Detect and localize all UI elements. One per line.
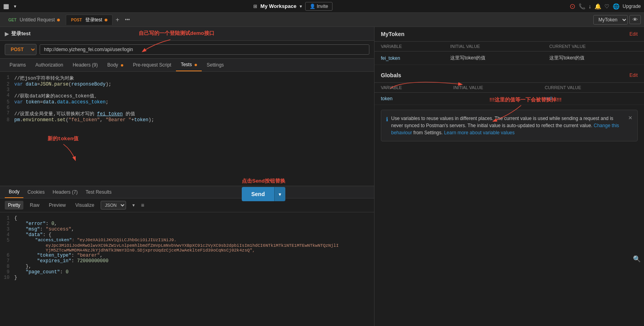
new-tab-button[interactable]: +	[113, 16, 122, 23]
tab-headers[interactable]: Headers (9)	[68, 59, 102, 71]
code-line-8: 8 pm.environment.set("fei_token", "Beare…	[0, 117, 374, 123]
tab2-dot	[105, 19, 107, 21]
tab-login-test[interactable]: POST 登录test	[66, 15, 113, 25]
tab-params[interactable]: Params	[5, 59, 31, 71]
grid-icon: ⊞	[253, 4, 257, 9]
json-line-10: 10 }	[0, 275, 374, 280]
main-layout: ▶ 登录test POST 自己写的一个登陆测试demo接口	[0, 27, 644, 326]
download-icon[interactable]: ↓	[589, 3, 591, 10]
get-method-label: GET	[8, 18, 17, 22]
mytoken-title: MyToken	[381, 31, 405, 37]
format-raw[interactable]: Raw	[27, 201, 42, 210]
format-preview[interactable]: Preview	[46, 201, 69, 210]
globals-header: Globals Edit	[375, 68, 644, 83]
workspace-chevron[interactable]: ▾	[300, 4, 302, 9]
send-area-inner: Send ▾	[242, 187, 285, 201]
mytoken-table: VARIABLE INITIAL VALUE CURRENT VALUE fei…	[375, 42, 644, 65]
upgrade-button[interactable]: Upgrade	[623, 4, 641, 9]
json-line-8: 8 },	[0, 264, 374, 269]
var-current-value: 这里写token的值	[543, 51, 644, 65]
tests-dot	[195, 64, 197, 66]
collapse-arrow[interactable]: ▶	[5, 31, 9, 37]
arrow-new-token	[48, 142, 79, 162]
var-initial-value: 这里写token的值	[444, 51, 543, 65]
globals-col-current: CURRENT VALUE	[538, 83, 644, 93]
tab-settings[interactable]: Settings	[202, 59, 228, 71]
request-tabs: Params Authorization Headers (9) Body Pr…	[0, 59, 374, 72]
json-line-5c: YjM5ZTcwMWMDMA4NzJkYjdhNTk3NmY3In0.SDjxp…	[0, 248, 374, 253]
json-line-5b: eyJpc3MiOiJodHRwOlwvXC9kZW1vLnlpemhlbmdf…	[0, 243, 374, 248]
request-line: POST	[0, 41, 374, 59]
code-area: 1 //把json字符串转化为对象 2 var data=JSON.parse(…	[0, 72, 374, 186]
ubuntu-icon[interactable]: ⊙	[569, 2, 575, 11]
tab2-label: 登录test	[85, 17, 102, 23]
bottom-tab-cookies[interactable]: Cookies	[23, 187, 48, 198]
format-dropdown-arrow[interactable]: ▾	[129, 201, 138, 210]
format-pretty[interactable]: Pretty	[5, 201, 23, 210]
info-close-button[interactable]: ✕	[628, 115, 633, 121]
globals-col-initial: INITIAL VALUE	[447, 83, 539, 93]
word-wrap-button[interactable]: ≡	[141, 202, 144, 208]
json-line-7: 7 "expires_in": 72000000000	[0, 258, 374, 264]
bottom-tab-body[interactable]: Body	[5, 186, 23, 198]
phone-icon[interactable]: 📞	[579, 3, 585, 10]
learn-more-link[interactable]: Learn more about variable values	[444, 130, 514, 135]
format-toolbar: Pretty Raw Preview Visualize JSON ▾ ≡	[0, 198, 374, 212]
info-text: Use variables to reuse values in differe…	[391, 115, 625, 136]
globals-table-row: token null	[375, 93, 644, 105]
json-line-9: 9 "page_count": 0	[0, 269, 374, 275]
tab-untitled-request[interactable]: GET Untitled Request	[3, 15, 65, 24]
code-line-2: 2 var data=JSON.parse(responseBody);	[0, 82, 374, 87]
tabs-bar: GET Untitled Request POST 登录test + ••• M…	[0, 13, 644, 27]
workspace-title[interactable]: My Workspace	[260, 3, 296, 9]
search-panel-icon[interactable]: 🔍	[633, 255, 641, 263]
eye-button[interactable]: 👁	[629, 15, 641, 24]
method-select[interactable]: POST	[5, 44, 36, 55]
globe-icon[interactable]: 🌐	[613, 3, 619, 10]
tab-authorization[interactable]: Authorization	[31, 59, 68, 71]
topbar: ▦ ▾ ⊞ My Workspace ▾ 👤 Invite ⊙ 📞 ↓ 🔔 ♡ …	[0, 0, 644, 13]
globals-initial-value	[447, 93, 539, 105]
topbar-right: ⊙ 📞 ↓ 🔔 ♡ 🌐 Upgrade	[569, 2, 641, 11]
col-initial: INITIAL VALUE	[444, 42, 543, 51]
tab-prerequest[interactable]: Pre-request Script	[128, 59, 176, 71]
annotation-new-token: 新的token值	[48, 135, 79, 162]
body-dot	[121, 64, 123, 67]
heart-icon[interactable]: ♡	[604, 3, 610, 10]
tab1-label: Untitled Request	[20, 17, 55, 23]
code-line-3: 3	[0, 87, 374, 93]
tab-tests[interactable]: Tests	[176, 59, 202, 71]
globals-edit-button[interactable]: Edit	[629, 72, 638, 78]
globals-title: Globals	[381, 72, 401, 78]
mytoken-edit-button[interactable]: Edit	[629, 31, 638, 37]
send-button[interactable]: Send	[242, 187, 274, 201]
send-dropdown-button[interactable]: ▾	[274, 187, 285, 201]
format-type-select[interactable]: JSON	[101, 201, 126, 210]
post-method-label: POST	[71, 18, 82, 22]
environment-select[interactable]: MyToken	[593, 15, 628, 25]
more-tabs-button[interactable]: •••	[122, 17, 132, 23]
globals-col-variable: VARIABLE	[375, 83, 447, 93]
left-panel: ▶ 登录test POST 自己写的一个登陆测试demo接口	[0, 27, 375, 326]
bottom-tab-testresults[interactable]: Test Results	[82, 187, 115, 198]
bottom-tab-headers[interactable]: Headers (7)	[49, 187, 82, 198]
mytoken-header: MyToken Edit	[375, 27, 644, 42]
format-visualize[interactable]: Visualize	[72, 201, 97, 210]
json-line-2: 2 "error": 0,	[0, 221, 374, 227]
topbar-left: ▦ ▾	[3, 2, 16, 10]
json-line-4: 4 "data": {	[0, 232, 374, 238]
info-icon: ℹ	[386, 115, 388, 136]
globals-var-token: token	[375, 93, 447, 105]
topbar-center: ⊞ My Workspace ▾ 👤 Invite	[16, 2, 569, 11]
col-current: CURRENT VALUE	[543, 42, 644, 51]
request-header: ▶ 登录test	[0, 27, 374, 41]
tab-body[interactable]: Body	[103, 59, 128, 71]
code-line-5: 5 var token=data.data.access_token;	[0, 99, 374, 105]
send-button-group: Send ▾	[242, 187, 285, 201]
url-input[interactable]	[40, 44, 369, 55]
info-box: ℹ Use variables to reuse values in diffe…	[381, 110, 638, 141]
bell-icon[interactable]: 🔔	[594, 3, 601, 10]
invite-button[interactable]: 👤 Invite	[305, 2, 333, 11]
tab1-dot	[57, 19, 60, 21]
code-line-7: 7 //设置成全局变量,可以替换刚才写的 fei_token 的值	[0, 111, 374, 117]
